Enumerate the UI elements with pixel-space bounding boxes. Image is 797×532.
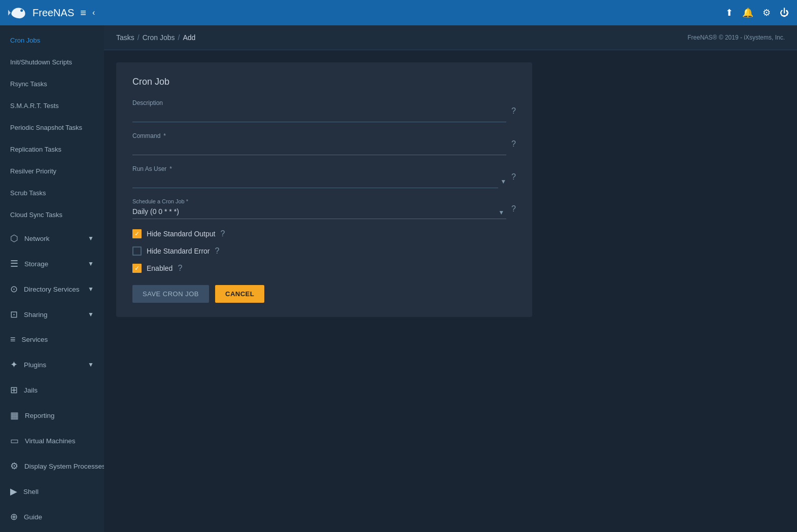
- power-icon[interactable]: ⏻: [780, 8, 789, 18]
- schedule-help-icon[interactable]: ?: [511, 204, 516, 214]
- back-icon[interactable]: ‹: [92, 8, 95, 17]
- sidebar-item-cloud-sync[interactable]: Cloud Sync Tasks: [0, 204, 104, 226]
- run-as-user-help-icon[interactable]: ?: [511, 172, 516, 182]
- directory-expand-icon: ▼: [88, 286, 94, 293]
- sidebar-item-sharing[interactable]: ⊡ Sharing ▼: [0, 302, 104, 327]
- settings-icon[interactable]: ⚙: [763, 7, 771, 18]
- hide-stderr-row: Hide Standard Error ?: [132, 246, 516, 256]
- plugins-expand-icon: ▼: [88, 361, 94, 368]
- command-label: Command *: [132, 132, 506, 139]
- description-input-wrapper: Description: [132, 99, 506, 122]
- sidebar-item-network[interactable]: ⬡ Network ▼: [0, 226, 104, 251]
- command-field: Command * ?: [132, 132, 516, 155]
- network-icon: ⬡: [10, 233, 18, 244]
- sidebar-item-periodic-snapshot[interactable]: Periodic Snapshot Tasks: [0, 117, 104, 138]
- hamburger-icon[interactable]: ≡: [80, 7, 86, 19]
- logo: FreeNAS: [8, 5, 74, 21]
- sidebar-item-guide[interactable]: ⊕ Guide: [0, 504, 104, 529]
- content-area: Tasks / Cron Jobs / Add FreeNAS® © 2019 …: [104, 25, 797, 532]
- sidebar-item-display-system-processes[interactable]: ⚙ Display System Processes: [0, 453, 104, 479]
- schedule-select[interactable]: Daily (0 0 * * *) Hourly (0 * * * *) Wee…: [132, 205, 506, 219]
- hide-stdout-checkbox[interactable]: [132, 229, 142, 238]
- sidebar-label-guide: Guide: [24, 513, 42, 521]
- sidebar-label-shell: Shell: [23, 488, 39, 495]
- enabled-checkbox[interactable]: [132, 264, 142, 273]
- guide-icon: ⊕: [10, 511, 18, 522]
- reporting-icon: ▦: [10, 410, 19, 421]
- hide-stderr-label[interactable]: Hide Standard Error: [147, 247, 210, 255]
- page-content: Cron Job Description ?: [104, 50, 797, 532]
- schedule-row: Schedule a Cron Job * Daily (0 0 * * *) …: [132, 198, 516, 219]
- command-input[interactable]: [132, 141, 506, 155]
- hide-stderr-checkbox[interactable]: [132, 246, 142, 256]
- description-row: Description ?: [132, 99, 516, 122]
- upload-icon[interactable]: ⬆: [725, 7, 733, 18]
- sidebar-item-storage[interactable]: ☰ Storage ▼: [0, 251, 104, 276]
- description-input[interactable]: [132, 109, 506, 122]
- breadcrumb-tasks[interactable]: Tasks: [116, 33, 134, 42]
- hide-stderr-help-icon[interactable]: ?: [215, 246, 220, 256]
- sidebar-item-init-shutdown[interactable]: Init/Shutdown Scripts: [0, 51, 104, 73]
- sidebar-label-cron-jobs: Cron Jobs: [10, 37, 40, 44]
- jails-icon: ⊞: [10, 384, 18, 396]
- breadcrumb-cron-jobs[interactable]: Cron Jobs: [143, 33, 175, 42]
- enabled-help-icon[interactable]: ?: [178, 264, 182, 273]
- sidebar-item-jails[interactable]: ⊞ Jails: [0, 377, 104, 403]
- run-as-user-field: Run As User * ▼ ?: [132, 165, 516, 188]
- sidebar-item-smart-tests[interactable]: S.M.A.R.T. Tests: [0, 95, 104, 117]
- command-help-icon[interactable]: ?: [511, 139, 516, 149]
- command-required-star: *: [163, 132, 166, 139]
- description-help-icon[interactable]: ?: [511, 107, 516, 116]
- sidebar-item-replication[interactable]: Replication Tasks: [0, 138, 104, 160]
- enabled-label[interactable]: Enabled: [147, 264, 172, 272]
- enabled-row: Enabled ?: [132, 264, 516, 273]
- sidebar-item-services[interactable]: ≡ Services: [0, 327, 104, 352]
- processes-icon: ⚙: [10, 460, 18, 472]
- sidebar-label-network: Network: [24, 235, 50, 242]
- hide-stdout-row: Hide Standard Output ?: [132, 229, 516, 238]
- save-cron-job-button[interactable]: SAVE CRON JOB: [132, 285, 209, 303]
- sidebar-label-plugins: Plugins: [24, 361, 46, 369]
- sidebar-item-shell[interactable]: ▶ Shell: [0, 479, 104, 504]
- sidebar-label-smart: S.M.A.R.T. Tests: [10, 102, 59, 110]
- sidebar-item-resilver[interactable]: Resilver Priority: [0, 160, 104, 182]
- run-as-user-dropdown-arrow[interactable]: ▼: [500, 178, 506, 185]
- hide-stdout-help-icon[interactable]: ?: [220, 229, 225, 238]
- sidebar-item-directory-services[interactable]: ⊙ Directory Services ▼: [0, 276, 104, 302]
- sidebar-label-storage: Storage: [24, 260, 48, 268]
- cancel-button[interactable]: CANCEL: [215, 285, 264, 303]
- schedule-label: Schedule a Cron Job *: [132, 198, 506, 204]
- run-as-user-wrapper: Run As User * ▼: [132, 165, 506, 188]
- freenas-logo-icon: [8, 5, 28, 21]
- hide-stdout-label[interactable]: Hide Standard Output: [147, 230, 215, 238]
- sidebar-item-scrub[interactable]: Scrub Tasks: [0, 182, 104, 204]
- sidebar-label-reporting: Reporting: [25, 412, 55, 419]
- network-expand-icon: ▼: [88, 235, 94, 242]
- copyright-text: FreeNAS® © 2019 - iXsystems, Inc.: [687, 34, 785, 41]
- main-layout: Cron Jobs Init/Shutdown Scripts Rsync Ta…: [0, 25, 797, 532]
- svg-point-1: [20, 9, 23, 12]
- description-label: Description: [132, 99, 506, 107]
- sidebar-label-processes: Display System Processes: [24, 463, 104, 470]
- sidebar-label-sharing: Sharing: [24, 311, 48, 318]
- notification-icon[interactable]: 🔔: [742, 7, 753, 18]
- schedule-field: Schedule a Cron Job * Daily (0 0 * * *) …: [132, 198, 516, 219]
- sidebar-label-vm: Virtual Machines: [25, 437, 76, 445]
- sidebar-item-virtual-machines[interactable]: ▭ Virtual Machines: [0, 428, 104, 453]
- sidebar-item-cron-jobs[interactable]: Cron Jobs: [0, 29, 104, 51]
- sidebar-item-plugins[interactable]: ✦ Plugins ▼: [0, 352, 104, 377]
- sidebar-label-replication: Replication Tasks: [10, 146, 61, 153]
- storage-expand-icon: ▼: [88, 260, 94, 267]
- breadcrumb-sep-1: /: [137, 33, 140, 42]
- run-as-user-input[interactable]: [132, 174, 498, 188]
- sidebar: Cron Jobs Init/Shutdown Scripts Rsync Ta…: [0, 25, 104, 532]
- sidebar-label-init-shutdown: Init/Shutdown Scripts: [10, 58, 72, 66]
- command-input-wrapper: Command *: [132, 132, 506, 155]
- form-title: Cron Job: [132, 77, 516, 87]
- description-field: Description ?: [132, 99, 516, 122]
- sidebar-item-reporting[interactable]: ▦ Reporting: [0, 403, 104, 428]
- sidebar-item-rsync-tasks[interactable]: Rsync Tasks: [0, 73, 104, 95]
- sidebar-label-scrub: Scrub Tasks: [10, 189, 46, 197]
- plugins-icon: ✦: [10, 359, 18, 370]
- sidebar-label-rsync: Rsync Tasks: [10, 80, 47, 88]
